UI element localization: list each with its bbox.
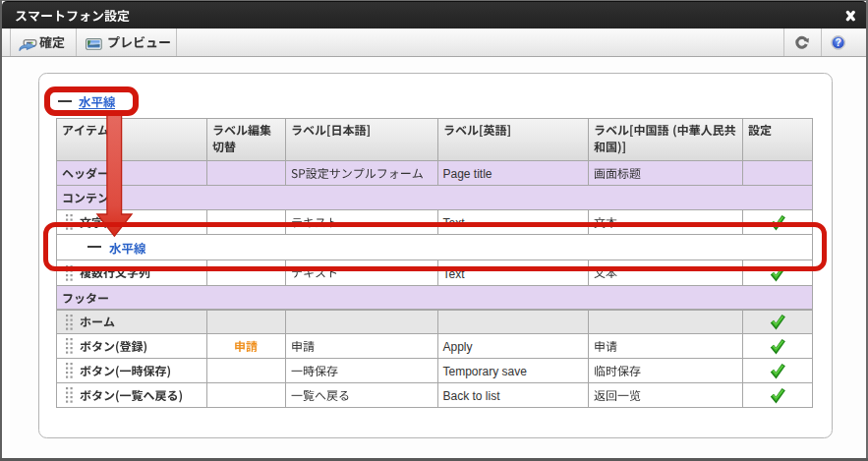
svg-text:?: ? bbox=[836, 36, 841, 48]
